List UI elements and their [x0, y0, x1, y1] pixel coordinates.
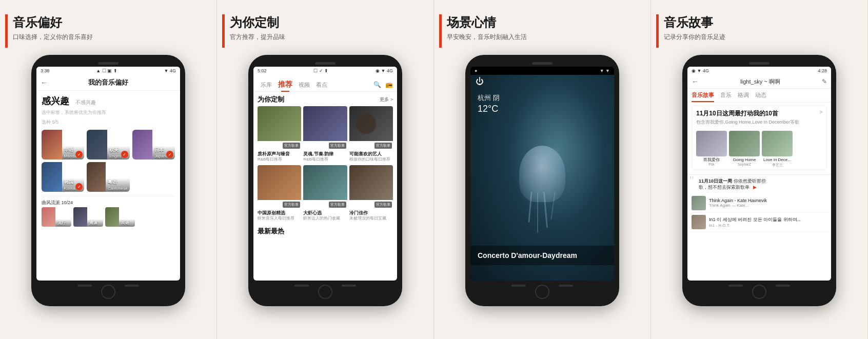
list-title-1: Think Again - Kate Havnevik [709, 198, 827, 203]
album-name-1: 质朴原声与噪音 [258, 151, 301, 157]
chip-rock[interactable]: 摇滚 [73, 207, 103, 227]
tab-recommend[interactable]: 推荐 [275, 78, 295, 91]
list-item-1[interactable]: Think Again - Kate Havnevik Think Again … [687, 194, 831, 213]
story-album-artist-1: PIA [708, 163, 714, 166]
genre-footer: 曲风流派 10/24 [42, 198, 175, 207]
genre-mandarin[interactable]: 华语Mandarin ✓ [42, 130, 84, 159]
phone-screen-4: ◉ ▼ 4G 4:28 ← light_sky ~ 啊啊 ✎ 音乐故事 音乐 格… [687, 67, 831, 281]
album-6[interactable]: 官方歌单 冷门佳作 未被埋没的每日宝藏 [349, 165, 393, 221]
status-bar-1: 3:38 ▲ ☐ ▣ ⬆ ▼ 4G [36, 67, 180, 75]
album-cover-6: 官方歌单 [349, 165, 393, 209]
s2-more-btn[interactable]: 更多 > [380, 96, 393, 103]
nav-title-1: 我的音乐偏好 [88, 78, 128, 87]
tab-library[interactable]: 乐库 [258, 79, 275, 91]
album-name-4: 中国原创精选 [258, 210, 301, 216]
song-info: Concerto D'amour-Daydream [470, 246, 614, 265]
album-name-5: 大虾心选 [303, 210, 347, 216]
genre-korean[interactable]: 韩国Korean ✓ [42, 162, 84, 192]
phone-btn-home-2[interactable] [318, 285, 332, 299]
section-title-1: 音乐偏好 [13, 14, 206, 31]
search-icon[interactable]: 🔍 [373, 81, 381, 88]
tab-video[interactable]: 视频 [295, 79, 313, 91]
time-3: ● [475, 68, 477, 73]
album-3[interactable]: 官方歌单 可能喜欢的艺人 根据你的口味每日推荐 [349, 106, 393, 162]
list-artist-1: Think Again — Kate... [709, 203, 827, 208]
genre-check-japanese: ✓ [166, 151, 173, 158]
phone-btn-home[interactable] [101, 285, 115, 299]
phone-btn-back-4 [728, 285, 743, 287]
story-card-header: 11月10日这周最打动我的10首 > 包含而我爱你,Going Home,Lov… [692, 106, 826, 129]
story-album-2[interactable]: Going Home SophieZ [729, 131, 760, 168]
phone-4: ◉ ▼ 4G 4:28 ← light_sky ~ 啊啊 ✎ 音乐故事 音乐 格… [682, 55, 836, 306]
power-icon[interactable]: ⏻ [476, 77, 484, 86]
section-header-1: 音乐偏好 口味选择，定义你的音乐喜好 [5, 14, 211, 48]
album-badge-1: 官方歌单 [283, 143, 300, 149]
fm-icon[interactable]: 📻 [385, 81, 393, 88]
phone-btn-recent-2 [342, 285, 356, 287]
story-content: 11月10日这周最打动我的10首 > 包含而我爱你,Going Home,Lov… [687, 103, 831, 281]
story-quote: 11月10日这一周 你依然爱听那些 歌，想不想去探索新歌单 ▶ [687, 174, 831, 194]
album-badge-6: 官方歌单 [374, 202, 392, 208]
phone-buttons-1 [36, 281, 180, 299]
section-title-3: 场景心情 [447, 14, 640, 31]
section-recommend: 为你定制 官方推荐，提升品味 5:02 ☐ ✓ ⬆ ◉ ▼ 4G 乐库 推荐 视… [217, 0, 434, 339]
back-button-1[interactable]: ← [41, 78, 48, 87]
list-info-1: Think Again - Kate Havnevik Think Again … [709, 198, 827, 208]
phone-buttons-4 [687, 281, 831, 299]
quote-body: 歌，想不想去探索新歌单 [699, 185, 749, 190]
story-album-1[interactable]: 而我爱你 PIA [696, 131, 727, 168]
genre-japanese[interactable]: 日本Japanese ✓ [132, 130, 175, 159]
edit-button-4[interactable]: ✎ [822, 78, 827, 85]
story-card[interactable]: 11月10日这周最打动我的10首 > 包含而我爱你,Going Home,Lov… [692, 106, 827, 170]
genre-label-cantonese: 粤语Cantonese [106, 178, 130, 192]
section-music-story: 音乐故事 记录分享你的音乐足迹 ◉ ▼ 4G 4:28 ← light_sky … [651, 0, 868, 339]
story-album-3[interactable]: Love In Dece... 李艺兰 [762, 131, 793, 168]
signal-2: ◉ ▼ 4G [376, 68, 393, 73]
signal-3: ▼ ▼ [600, 68, 610, 73]
album-badge-2: 官方歌单 [329, 143, 346, 149]
story-cover-3 [762, 131, 793, 156]
style-label: 曲风流派 10/24 [42, 200, 73, 206]
section-title-4: 音乐故事 [664, 14, 857, 31]
style-chips: 流行 摇滚 民谣 [42, 207, 175, 227]
album-5[interactable]: 官方歌单 大虾心选 虾米达人的热门收藏 [303, 165, 347, 221]
genre-cantonese[interactable]: 粤语Cantonese [87, 162, 129, 192]
story-cover-1 [696, 131, 727, 156]
story-album-name-2: Going Home [733, 157, 756, 163]
album-4[interactable]: 官方歌单 中国原创精选 虾米音乐人每日推荐 [258, 165, 301, 221]
chip-folk[interactable]: 民谣 [105, 207, 135, 227]
tab-lookpoint[interactable]: 看点 [313, 79, 330, 91]
card-title: 11月10日这周最打动我的10首 > [696, 109, 822, 118]
album-1[interactable]: 官方歌单 质朴原声与噪音 R&B每日推荐 [258, 106, 301, 162]
tab-music[interactable]: 音乐 [720, 91, 732, 102]
album-2[interactable]: 官方歌单 灵魂.节奏.韵律 R&B每日推荐 [303, 106, 347, 162]
quote-date: 11月10日这一周 [699, 178, 732, 184]
back-button-4[interactable]: ← [692, 77, 699, 86]
section-subtitle-2: 官方推荐，提升品味 [230, 33, 423, 42]
story-album-artist-2: SophieZ [738, 163, 751, 166]
album-desc-4: 虾米音乐人每日推荐 [258, 216, 301, 221]
story-cover-2 [729, 131, 760, 156]
power-icon-area: ⏻ [470, 75, 614, 88]
tab-dynamic[interactable]: 动态 [755, 91, 766, 102]
play-icon[interactable]: ▶ [753, 185, 757, 190]
album-row-2: 官方歌单 中国原创精选 虾米音乐人每日推荐 官方歌单 大虾心选 虾米达人的热门收… [253, 165, 397, 224]
genre-english[interactable]: 欧美English ✓ [87, 130, 129, 159]
phone-speaker-1 [98, 62, 119, 65]
section-music-preference: 音乐偏好 口味选择，定义你的音乐喜好 3:38 ▲ ☐ ▣ ⬆ ▼ 4G ← 我… [0, 0, 217, 339]
list-thumb-1 [692, 196, 706, 210]
list-item-2[interactable]: In1·이 세상에 버려진 모든 아이들을 위하여... In1 - H.O.T… [687, 213, 831, 232]
section-subtitle-4: 记录分享你的音乐足迹 [664, 33, 857, 42]
search-and-fm-icons: 🔍 📻 [373, 81, 393, 88]
phone-btn-home-3[interactable] [535, 285, 549, 299]
phone-speaker-3 [532, 62, 553, 65]
tab-story[interactable]: 音乐故事 [692, 91, 714, 102]
album-name-2: 灵魂.节奏.韵律 [303, 151, 347, 157]
section-title-2: 为你定制 [230, 14, 423, 31]
phone-btn-back-2 [294, 285, 309, 287]
chip-pop[interactable]: 流行 [42, 207, 71, 227]
album-desc-5: 虾米达人的热门收藏 [303, 216, 347, 221]
album-badge-4: 官方歌单 [283, 202, 300, 208]
phone-btn-home-4[interactable] [752, 285, 766, 299]
tab-style[interactable]: 格调 [738, 91, 749, 102]
